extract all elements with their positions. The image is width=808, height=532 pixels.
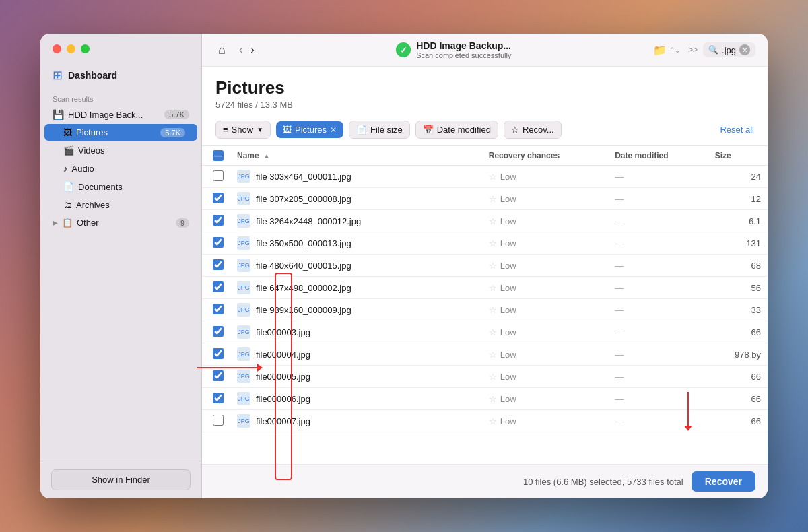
show-in-finder-button[interactable]: Show in Finder — [51, 469, 191, 490]
file-thumb-icon: JPG — [237, 170, 250, 183]
sidebar-hdd-item[interactable]: 💾 HDD Image Back... 5.7K — [40, 106, 201, 123]
maximize-button[interactable] — [81, 44, 90, 53]
row-size-cell: 33 — [708, 299, 768, 321]
row-date-cell: — — [608, 321, 708, 343]
row-checkbox[interactable] — [213, 393, 224, 403]
row-checkbox-cell[interactable] — [202, 166, 230, 188]
hdd-icon: 💾 — [53, 109, 64, 120]
folder-button[interactable]: 📁 ⌃⌄ — [650, 42, 683, 58]
sidebar-item-audio[interactable]: ♪ Audio — [44, 160, 197, 177]
row-checkbox-cell[interactable] — [202, 410, 230, 432]
files-table-container[interactable]: — Name ▲ Recovery chances Date modified … — [202, 146, 768, 464]
star-icon[interactable]: ☆ — [489, 416, 497, 426]
calendar-icon: 📅 — [423, 125, 434, 135]
show-filter-button[interactable]: ≡ Show ▼ — [215, 121, 271, 139]
row-recovery-cell: ☆ Low — [482, 232, 608, 255]
dashboard-item[interactable]: ⊞ Dashboard — [40, 64, 201, 87]
home-button[interactable]: ⌂ — [214, 42, 230, 59]
row-checkbox[interactable] — [213, 370, 224, 381]
star-icon[interactable]: ☆ — [489, 350, 497, 360]
row-checkbox-cell[interactable] — [202, 366, 230, 388]
table-row: JPGfile 350x500_000013.jpg☆ Low—131 — [202, 232, 768, 255]
row-checkbox-cell[interactable] — [202, 255, 230, 277]
star-icon[interactable]: ☆ — [489, 283, 497, 293]
back-button[interactable]: ‹ — [236, 42, 245, 57]
star-icon[interactable]: ☆ — [489, 305, 497, 315]
row-checkbox[interactable] — [213, 348, 224, 359]
row-checkbox-cell[interactable] — [202, 188, 230, 210]
row-checkbox[interactable] — [213, 326, 224, 337]
file-thumb-icon: JPG — [237, 303, 250, 317]
row-checkbox[interactable] — [213, 215, 224, 226]
toolbar-right: 📁 ⌃⌄ >> 🔍 .jpg ✕ — [650, 42, 755, 58]
row-date-cell: — — [608, 299, 708, 321]
sidebar-item-archives[interactable]: 🗂 Archives — [44, 197, 197, 213]
row-checkbox-cell[interactable] — [202, 277, 230, 299]
star-icon[interactable]: ☆ — [489, 216, 497, 226]
row-checkbox[interactable] — [213, 193, 224, 203]
pictures-filter-remove-icon[interactable]: ✕ — [330, 125, 337, 135]
row-date-cell: — — [608, 232, 708, 255]
file-name-label: file 350x500_000013.jpg — [256, 238, 351, 248]
row-checkbox[interactable] — [213, 170, 224, 181]
row-recovery-cell: ☆ Low — [482, 410, 608, 432]
chevron-right-icon: ▶ — [53, 219, 58, 226]
sidebar-item-other[interactable]: ▶ 📋 Other 9 — [40, 214, 201, 231]
minimize-button[interactable] — [67, 44, 75, 53]
recov-filter-button[interactable]: ☆ Recov... — [504, 121, 562, 139]
filter-lines-icon: ≡ — [223, 125, 228, 135]
select-all-checkbox[interactable]: — — [213, 150, 224, 161]
recov-label: Recov... — [523, 125, 554, 135]
sidebar-item-pictures-label: Pictures — [76, 127, 156, 137]
file-name-label: file 307x205_000008.jpg — [256, 194, 351, 204]
sidebar-item-documents[interactable]: 📄 Documents — [44, 178, 197, 195]
forward-button[interactable]: › — [248, 42, 257, 57]
size-column-header[interactable]: Size — [708, 146, 768, 166]
row-checkbox[interactable] — [213, 281, 224, 292]
sidebar-item-videos[interactable]: 🎬 Videos — [44, 142, 197, 159]
sort-arrow-icon: ▲ — [263, 152, 270, 160]
row-checkbox-cell[interactable] — [202, 299, 230, 321]
main-content: ⌂ ‹ › ✓ HDD Image Backup... Scan complet… — [202, 34, 768, 498]
row-checkbox[interactable] — [213, 415, 224, 426]
star-icon[interactable]: ☆ — [489, 194, 497, 204]
reset-all-button[interactable]: Reset all — [720, 125, 754, 135]
recovery-column-header[interactable]: Recovery chances — [482, 146, 608, 166]
row-checkbox-cell[interactable] — [202, 232, 230, 255]
row-size-cell: 24 — [708, 166, 768, 188]
row-checkbox-cell[interactable] — [202, 321, 230, 343]
sidebar-item-pictures[interactable]: 🖼 Pictures 5.7K — [44, 124, 197, 141]
checkbox-header[interactable]: — — [202, 146, 230, 166]
folder-icon: 📁 — [653, 44, 667, 57]
search-box[interactable]: 🔍 .jpg ✕ — [703, 42, 755, 57]
file-size-icon: 📄 — [356, 125, 367, 135]
row-checkbox-cell[interactable] — [202, 388, 230, 410]
search-clear-button[interactable]: ✕ — [739, 44, 750, 55]
star-icon[interactable]: ☆ — [489, 372, 497, 382]
star-icon[interactable]: ☆ — [489, 261, 497, 271]
row-name-cell: JPGfile 480x640_000015.jpg — [230, 255, 482, 277]
recover-button[interactable]: Recover — [692, 471, 755, 492]
show-filter-chevron: ▼ — [257, 126, 263, 133]
file-name-label: file000005.jpg — [256, 372, 310, 382]
row-checkbox[interactable] — [213, 304, 224, 314]
star-icon[interactable]: ☆ — [489, 327, 497, 337]
row-checkbox[interactable] — [213, 259, 224, 270]
star-icon[interactable]: ☆ — [489, 172, 497, 182]
file-size-filter-button[interactable]: 📄 File size — [349, 121, 410, 139]
row-checkbox-cell[interactable] — [202, 210, 230, 232]
row-size-cell: 66 — [708, 388, 768, 410]
date-column-header[interactable]: Date modified — [608, 146, 708, 166]
pictures-filter-tag[interactable]: 🖼 Pictures ✕ — [276, 121, 343, 138]
date-modified-filter-button[interactable]: 📅 Date modified — [415, 121, 498, 139]
row-checkbox-cell[interactable] — [202, 343, 230, 366]
star-icon[interactable]: ☆ — [489, 394, 497, 404]
row-name-cell: JPGfile 647x498_000002.jpg — [230, 277, 482, 299]
folder-chevron-icon: ⌃⌄ — [669, 46, 680, 54]
star-icon[interactable]: ☆ — [489, 238, 497, 248]
close-button[interactable] — [53, 44, 61, 53]
other-icon: 📋 — [62, 218, 73, 228]
table-row: JPGfile 303x464_000011.jpg☆ Low—24 — [202, 166, 768, 188]
row-checkbox[interactable] — [213, 237, 224, 248]
name-column-header[interactable]: Name ▲ — [230, 146, 482, 166]
